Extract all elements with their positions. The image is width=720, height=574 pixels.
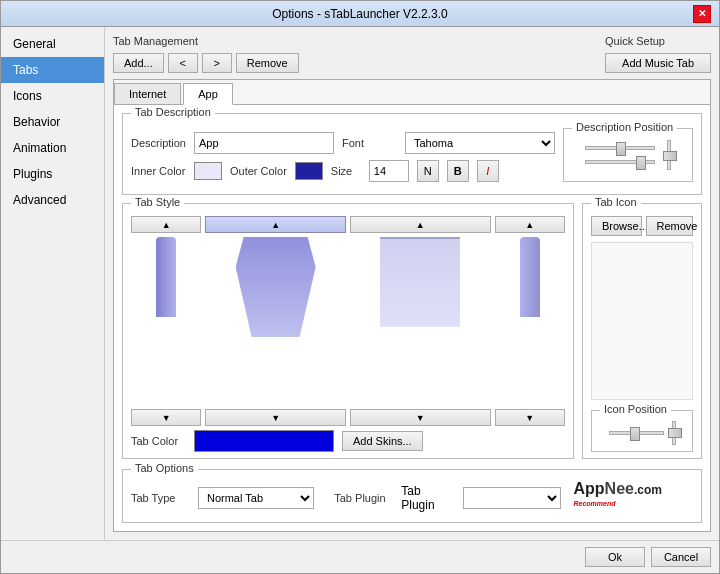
sidebar: General Tabs Icons Behavior Animation Pl… <box>1 27 105 540</box>
style-col-4 <box>495 216 565 426</box>
ip-sliders <box>600 421 684 445</box>
sidebar-item-animation[interactable]: Animation <box>1 135 104 161</box>
tab-internet[interactable]: Internet <box>114 83 181 104</box>
remove-icon-button[interactable]: Remove <box>646 216 693 236</box>
content-area: Internet App Tab Description Description <box>113 79 711 532</box>
close-button[interactable]: ✕ <box>693 5 711 23</box>
up-arrow-icon-2 <box>271 219 280 230</box>
icon-v-thumb[interactable] <box>668 428 682 438</box>
main-content: General Tabs Icons Behavior Animation Pl… <box>1 27 719 540</box>
style-col2-down[interactable] <box>205 409 346 426</box>
h-slider-thumb[interactable] <box>616 142 626 156</box>
tab-plugin-label: Tab Plugin <box>334 492 389 504</box>
icon-position-box: Icon Position <box>591 410 693 452</box>
sidebar-item-behavior[interactable]: Behavior <box>1 109 104 135</box>
n-button[interactable]: N <box>417 160 439 182</box>
tab-app[interactable]: App <box>183 83 233 105</box>
style-col-1 <box>131 216 201 426</box>
down-arrow-icon-2 <box>271 412 280 423</box>
ok-button[interactable]: Ok <box>585 547 645 567</box>
sidebar-item-general[interactable]: General <box>1 31 104 57</box>
two-col-section: Tab Style <box>122 203 702 459</box>
cancel-button[interactable]: Cancel <box>651 547 711 567</box>
appnee-watermark: AppNee.com Recommend <box>573 480 693 516</box>
style-col3-up[interactable] <box>350 216 491 233</box>
tab-plugin-select[interactable] <box>463 487 562 509</box>
down-arrow-icon-4 <box>525 412 534 423</box>
style-col-3 <box>350 216 491 426</box>
tab-style-grid <box>131 216 565 426</box>
up-arrow-icon <box>162 219 171 230</box>
tab-options-box: Tab Options Tab Type Normal Tab Tab Plug… <box>122 469 702 523</box>
description-field-row: Description Font Tahoma <box>131 132 555 154</box>
tab-style-box: Tab Style <box>122 203 574 459</box>
window-title: Options - sTabLauncher V2.2.3.0 <box>27 7 693 21</box>
quick-setup-label: Quick Setup <box>605 35 711 47</box>
next-tab-button[interactable]: > <box>202 53 232 73</box>
tab-color-swatch[interactable] <box>194 430 334 452</box>
tab-shape-2 <box>236 237 316 337</box>
icon-h-slider[interactable] <box>609 431 664 435</box>
tab-shape-4 <box>520 237 540 317</box>
tab-app-content: Tab Description Description Font Tahoma <box>114 105 710 531</box>
icon-h-thumb[interactable] <box>630 427 640 441</box>
quick-setup: Quick Setup Add Music Tab <box>605 35 711 73</box>
desc-input[interactable] <box>194 132 334 154</box>
icon-v-slider[interactable] <box>672 421 676 445</box>
b-button[interactable]: B <box>447 160 469 182</box>
icon-btn-row: Browse... Remove <box>591 216 693 236</box>
sidebar-item-tabs[interactable]: Tabs <box>1 57 104 83</box>
tab-type-label: Tab Type <box>131 492 186 504</box>
prev-tab-button[interactable]: < <box>168 53 198 73</box>
v-slider-track[interactable] <box>667 140 671 170</box>
tab-plugin-label-text: Tab Plugin <box>401 484 451 512</box>
i-button[interactable]: I <box>477 160 499 182</box>
add-tab-button[interactable]: Add... <box>113 53 164 73</box>
main-window: Options - sTabLauncher V2.2.3.0 ✕ Genera… <box>0 0 720 574</box>
style-col3-down[interactable] <box>350 409 491 426</box>
tab-management: Tab Management Add... < > Remove <box>113 35 299 73</box>
tab-icon-title: Tab Icon <box>591 196 641 208</box>
style-col4-down[interactable] <box>495 409 565 426</box>
browse-icon-button[interactable]: Browse... <box>591 216 642 236</box>
appnee-text: App <box>573 480 604 497</box>
outer-color-swatch[interactable] <box>295 162 323 180</box>
tab-color-row: Tab Color Add Skins... <box>131 430 565 452</box>
title-bar: Options - sTabLauncher V2.2.3.0 ✕ <box>1 1 719 27</box>
h-slider-track[interactable] <box>585 146 655 150</box>
sidebar-item-icons[interactable]: Icons <box>1 83 104 109</box>
tab-type-select[interactable]: Normal Tab <box>198 487 314 509</box>
tab-management-buttons: Add... < > Remove <box>113 53 299 73</box>
right-panel: Tab Management Add... < > Remove Quick S… <box>105 27 719 540</box>
sidebar-item-advanced[interactable]: Advanced <box>1 187 104 213</box>
tab-options-title: Tab Options <box>131 462 198 474</box>
tab-description-title: Tab Description <box>131 106 215 118</box>
font-select[interactable]: Tahoma <box>405 132 555 154</box>
h-slider-track2[interactable] <box>585 160 655 164</box>
inner-color-label: Inner Color <box>131 165 186 177</box>
appnee-text2: Nee <box>605 480 634 497</box>
tab-style-title: Tab Style <box>131 196 184 208</box>
add-skins-button[interactable]: Add Skins... <box>342 431 423 451</box>
add-music-tab-button[interactable]: Add Music Tab <box>605 53 711 73</box>
style-col1-up[interactable] <box>131 216 201 233</box>
icon-position-title: Icon Position <box>600 403 671 415</box>
tab-shape-3 <box>380 237 460 327</box>
tab-color-label: Tab Color <box>131 435 186 447</box>
tab-management-label: Tab Management <box>113 35 299 47</box>
appnee-recommend: Recommend <box>573 500 615 507</box>
font-label: Font <box>342 137 397 149</box>
h-slider-thumb2[interactable] <box>636 156 646 170</box>
remove-tab-button[interactable]: Remove <box>236 53 299 73</box>
sidebar-item-plugins[interactable]: Plugins <box>1 161 104 187</box>
bottom-bar: Ok Cancel <box>1 540 719 573</box>
style-preview-2 <box>205 237 346 405</box>
v-slider-thumb[interactable] <box>663 151 677 161</box>
size-input[interactable] <box>369 160 409 182</box>
style-col2-up[interactable] <box>205 216 346 233</box>
inner-color-swatch[interactable] <box>194 162 222 180</box>
tab-icon-box: Tab Icon Browse... Remove Icon Position <box>582 203 702 459</box>
style-col4-up[interactable] <box>495 216 565 233</box>
tab-type-row: Tab Type Normal Tab Tab Plugin Tab Plugi… <box>131 480 693 516</box>
style-col1-down[interactable] <box>131 409 201 426</box>
